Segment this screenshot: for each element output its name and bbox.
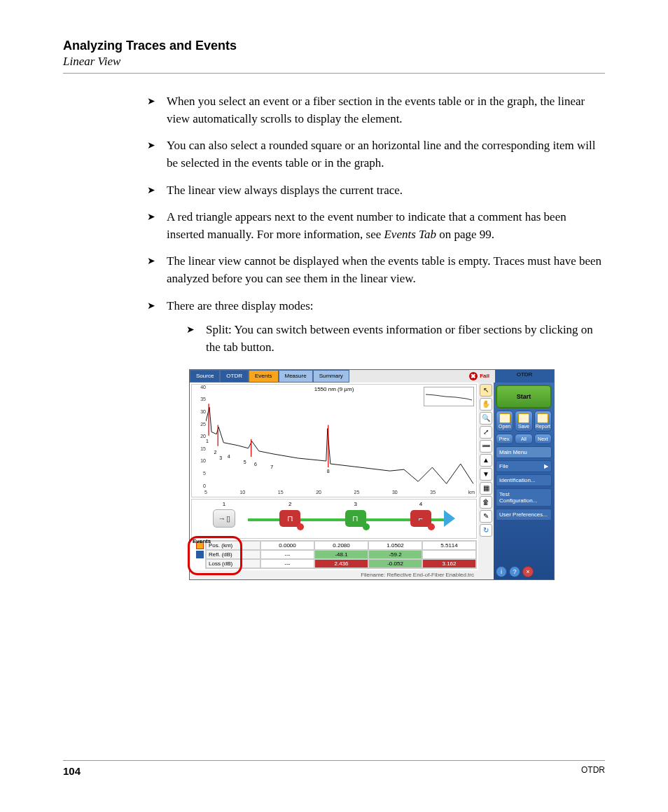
section-title: Linear View [63,55,605,69]
bullet-item: The linear view always displays the curr… [147,182,605,200]
table-cell: 0.2080 [314,541,368,550]
close-icon[interactable]: × [522,566,534,577]
table-cell: --- [260,550,314,559]
prev-button[interactable]: Prev. [496,434,513,444]
event-node-1[interactable]: 1→▯ [213,509,235,528]
disk-icon [518,413,529,423]
end-arrow-icon [444,510,455,527]
table-cell [422,550,476,559]
table-cell: 5.5114 [422,541,476,550]
open-button[interactable]: Open [496,411,513,432]
report-button[interactable]: Report [534,411,552,432]
linear-view[interactable]: 1→▯ 2⊓ 3⊓ 4⌐ [191,499,477,539]
table-cell: -0.052 [368,559,422,568]
events-table: Pos. (km) 0.0000 0.2080 1.0502 5.5114 Re… [205,540,477,569]
table-cell: -59.2 [368,550,422,559]
trace-chart[interactable]: 1550 nm (9 µm) 4035302520151050 51015202… [191,384,477,497]
user-pref-menu[interactable]: User Preferences... [496,509,552,521]
table-cell: -48.1 [314,550,368,559]
save-button[interactable]: Save [515,411,532,432]
all-button[interactable]: All [515,434,532,444]
table-cell: 2.436 [314,559,368,568]
events-tab-ref: Events Tab [384,228,436,241]
help-icon[interactable]: ? [509,566,520,577]
bullet-item: You can also select a rounded square or … [147,137,605,172]
tab-otdr[interactable]: OTDR [220,370,249,383]
text: There are three display modes: [167,299,314,312]
fail-icon: ✖ [469,372,478,380]
app-tabs: Source OTDR Events Measure Summary [190,370,349,383]
plot-area: 1 2 3 4 5 6 7 8 [206,393,475,488]
embedded-screenshot: Source OTDR Events Measure Summary ✖ Fai… [189,369,555,580]
zoom-out-tool[interactable]: ➖ [480,440,492,453]
delete-tool[interactable]: 🗑 [480,496,492,509]
page-number: 104 [63,765,81,777]
next-button[interactable]: Next [534,434,552,444]
event-node-2[interactable]: 2⊓ [279,510,300,527]
refresh-tool[interactable]: ↻ [480,524,492,537]
down-tool[interactable]: ▼ [480,468,492,481]
hand-tool[interactable]: ✋ [480,398,492,411]
highlight-circle [188,536,242,575]
bullet-item: A red triangle appears next to the event… [147,209,605,243]
bullet-item: There are three display modes: Split: Yo… [147,298,605,357]
chevron-right-icon: ▶ [544,463,548,469]
zoom-fit-tool[interactable]: ⤢ [480,426,492,439]
bullet-item: The linear view cannot be displayed when… [147,253,605,287]
main-menu-header: Main Menu [496,446,552,458]
table-cell: 3.162 [422,559,476,568]
edit-tool[interactable]: ✎ [480,510,492,523]
status-fail: ✖ Fail [464,370,495,383]
sub-bullet-item: Split: You can switch between events inf… [186,322,605,356]
fail-label: Fail [480,373,489,379]
y-axis: 4035302520151050 [193,385,206,488]
identification-menu[interactable]: Identification... [496,474,552,486]
folder-icon [499,413,510,423]
header-rule [63,73,605,74]
text: on page 99. [436,228,494,241]
bullet-list: When you select an event or a fiber sect… [147,93,605,357]
tab-summary[interactable]: Summary [313,370,349,383]
chart-title: 1550 nm (9 µm) [314,386,354,392]
chapter-title: Analyzing Traces and Events [63,39,605,53]
menu-title: OTDR [495,370,554,383]
table-cell: --- [260,559,314,568]
tab-measure[interactable]: Measure [279,370,313,383]
sub-bullet-list: Split: You can switch between events inf… [186,322,605,356]
test-config-menu[interactable]: Test Configuration... [496,488,552,507]
graph-toolbar: ↖ ✋ 🔍 ⤢ ➖ ▲ ▼ ▦ 🗑 ✎ ↻ [478,383,494,579]
doc-label: OTDR [581,765,605,777]
info-icon[interactable]: i [496,566,507,577]
grid-tool[interactable]: ▦ [480,482,492,495]
tab-source[interactable]: Source [190,370,220,383]
start-button[interactable]: Start [496,385,552,408]
pointer-tool[interactable]: ↖ [480,384,492,397]
event-node-3[interactable]: 3⊓ [345,510,366,527]
text: A red triangle appears next to the event… [167,210,566,241]
report-icon [537,413,548,423]
up-tool[interactable]: ▲ [480,454,492,467]
page-footer: 104 OTDR [63,760,605,777]
table-cell: 0.0000 [260,541,314,550]
x-axis: 5101520253035km [204,490,475,497]
right-menu: Start Open Save Report Prev. All Next Ma… [494,383,554,579]
zoom-tool[interactable]: 🔍 [480,412,492,425]
bullet-item: When you select an event or a fiber sect… [147,93,605,128]
file-menu[interactable]: File▶ [496,460,552,472]
table-cell: 1.0502 [368,541,422,550]
tab-events[interactable]: Events [249,370,278,383]
event-node-4[interactable]: 4⌐ [410,510,431,527]
